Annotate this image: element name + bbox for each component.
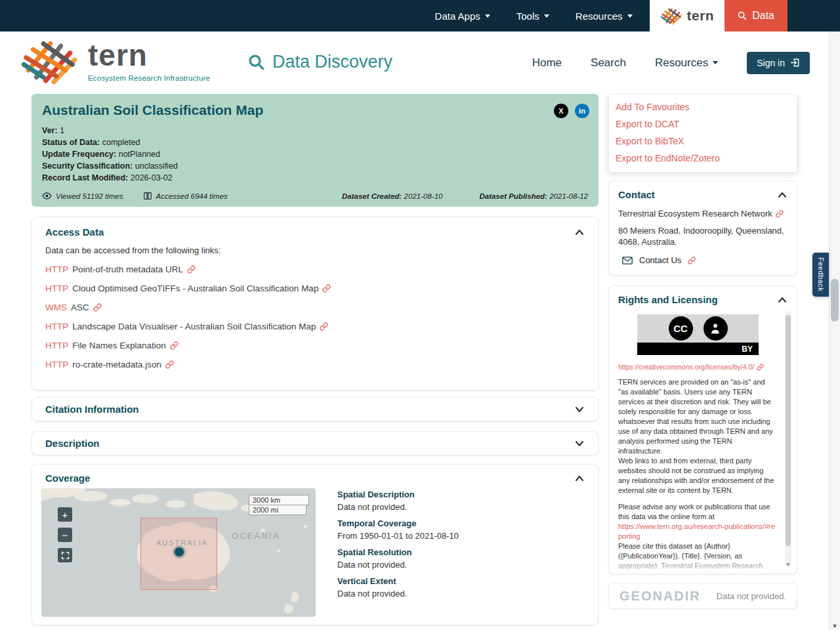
zoom-out-glyph: −: [62, 530, 68, 540]
share-x-icon[interactable]: X: [554, 104, 568, 118]
app-title-label: Data Discovery: [272, 52, 392, 72]
cc-glyph: CC: [673, 323, 688, 334]
external-link-icon: [757, 364, 764, 371]
viewed-label: Viewed 51192 times: [56, 192, 123, 200]
detail-label: Spatial Description: [337, 490, 459, 499]
tern-logo[interactable]: tern Ecosystem Research Infrastructure: [20, 37, 210, 85]
geonadir-status: Data not provided.: [717, 591, 786, 601]
top-nav-data-apps[interactable]: Data Apps: [435, 10, 490, 22]
section-title: Rights and Licensing: [618, 294, 718, 305]
accessed-label: Accessed 6944 times: [156, 192, 228, 200]
coverage-detail: Vertical Extent Data not provided.: [337, 576, 459, 598]
contact-organisation-link[interactable]: Terrestrial Ecosystem Research Network: [618, 209, 788, 219]
rights-scrollbar-thumb[interactable]: [786, 315, 791, 546]
link-protocol: HTTP: [45, 322, 68, 331]
menu-item-export-bibtex[interactable]: Export to BibTeX: [609, 133, 797, 150]
contact-card: Contact Terrestrial Ecosystem Research N…: [608, 180, 797, 276]
top-nav-tools[interactable]: Tools: [516, 10, 549, 22]
cc-by-license-badge[interactable]: CC BY: [637, 314, 759, 355]
access-link[interactable]: WMS ASC: [45, 303, 585, 312]
section-title: Coverage: [45, 472, 90, 484]
nav-search[interactable]: Search: [591, 56, 626, 70]
access-intro: Data can be accessed from the following …: [45, 245, 585, 255]
meta-label: Record Last Modified:: [42, 173, 128, 182]
chevron-up-icon: [777, 295, 788, 304]
access-data-toggle[interactable]: Access Data: [45, 226, 585, 238]
feedback-tab[interactable]: Feedback: [812, 253, 829, 297]
caret-down-icon: [713, 61, 718, 64]
map-marker[interactable]: [175, 547, 184, 556]
chevron-up-icon: [777, 190, 788, 200]
page-scrollbar-thumb[interactable]: [831, 279, 839, 322]
created-value: 2021-08-10: [404, 192, 443, 200]
detail-value: Data not provided.: [337, 560, 459, 570]
share-linkedin-icon[interactable]: in: [575, 104, 589, 118]
scroll-down-arrow-icon[interactable]: ▼: [785, 562, 791, 568]
nav-label: Home: [532, 56, 562, 70]
section-title: Contact: [618, 189, 655, 200]
published-value: 2021-08-12: [549, 192, 588, 200]
geonadir-card: GEONADIR Data not provided.: [608, 583, 797, 609]
coverage-detail: Temporal Coverage From 1950-01-01 to 202…: [337, 518, 459, 541]
menu-item-add-favourites[interactable]: Add To Favourites: [609, 98, 797, 116]
contact-us-link[interactable]: Contact Us: [618, 255, 788, 265]
contact-address: 80 Meiers Road, Indooroopilly, Queenslan…: [618, 225, 788, 247]
access-link[interactable]: HTTP File Names Explanation: [45, 341, 585, 350]
nav-home[interactable]: Home: [532, 56, 562, 70]
nav-resources[interactable]: Resources: [655, 56, 718, 70]
coverage-detail: Spatial Description Data not provided.: [337, 490, 459, 512]
rights-scrollbar: ▼: [785, 311, 791, 567]
link-label: ro-crate-metadata.json: [72, 360, 161, 369]
reporting-url-link[interactable]: https://www.tern.org.au/research-publica…: [618, 522, 776, 541]
rights-licensing-card: Rights and Licensing CC BY https://creat…: [608, 285, 797, 574]
zoom-in-button[interactable]: +: [58, 507, 72, 522]
link-label: ASC: [71, 303, 89, 312]
link-protocol: HTTP: [45, 360, 68, 369]
tern-logo-icon: [660, 7, 682, 25]
created-label: Dataset Created:: [342, 192, 402, 200]
detail-value: From 1950-01-01 to 2021-08-10: [337, 531, 459, 541]
cc-icon: CC: [669, 316, 693, 341]
fullscreen-button[interactable]: [58, 548, 72, 562]
data-portal-button[interactable]: Data: [724, 0, 788, 32]
meta-value: completed: [102, 138, 140, 147]
data-discovery-title[interactable]: Data Discovery: [248, 52, 392, 72]
meta-value: 1: [60, 126, 64, 135]
access-link[interactable]: HTTP Cloud Optimised GeoTIFFs - Australi…: [45, 284, 585, 293]
feedback-label: Feedback: [817, 257, 825, 291]
top-nav-resources[interactable]: Resources: [576, 10, 633, 22]
page-scrollbar[interactable]: ▼: [829, 32, 840, 630]
dataset-dates: Dataset Created: 2021-08-10 Dataset Publ…: [342, 192, 588, 200]
menu-item-export-dcat[interactable]: Export to DCAT: [609, 116, 797, 133]
citation-instructions: Please cite this dataset as {Author} ({P…: [618, 541, 776, 571]
chevron-down-icon: [574, 439, 585, 448]
detail-value: Data not provided.: [337, 589, 459, 598]
access-link[interactable]: HTTP Point-of-truth metadata URL: [45, 264, 585, 274]
description-toggle[interactable]: Description: [45, 438, 585, 449]
data-tab-label: Data: [752, 10, 774, 22]
contact-toggle[interactable]: Contact: [618, 189, 788, 200]
access-link[interactable]: HTTP Landscape Data Visualiser - Austral…: [45, 322, 585, 331]
sign-in-button[interactable]: Sign in: [747, 52, 810, 74]
chevron-down-icon: [574, 405, 585, 414]
scale-km: 3000 km: [249, 495, 309, 505]
license-url: https://creativecommons.org/licenses/by/…: [618, 363, 754, 371]
rights-toggle[interactable]: Rights and Licensing: [618, 294, 788, 305]
contact-us-label: Contact Us: [639, 255, 681, 265]
coverage-toggle[interactable]: Coverage: [45, 472, 585, 484]
section-title: Description: [45, 438, 100, 449]
site-header: tern Ecosystem Research Infrastructure D…: [0, 32, 840, 94]
access-link[interactable]: HTTP ro-crate-metadata.json: [45, 360, 585, 369]
citation-toggle[interactable]: Citation Information: [45, 404, 585, 415]
scroll-down-arrow-icon[interactable]: ▼: [830, 623, 840, 629]
logo-subtitle: Ecosystem Research Infrastructure: [88, 74, 210, 82]
menu-item-export-endnote[interactable]: Export to EndNote/Zotero: [609, 150, 797, 167]
map-label-australia: AUSTRALIA: [156, 539, 208, 547]
license-url-link[interactable]: https://creativecommons.org/licenses/by/…: [618, 363, 788, 371]
meta-status: Status of Data: completed: [42, 136, 588, 148]
caret-down-icon: [485, 14, 490, 18]
book-icon: [143, 192, 152, 200]
tern-home-tab[interactable]: tern: [650, 0, 725, 32]
coverage-map[interactable]: AUSTRALIA OCEANIA + − 3000 km 2000 mi: [41, 488, 316, 617]
zoom-out-button[interactable]: −: [58, 528, 72, 542]
